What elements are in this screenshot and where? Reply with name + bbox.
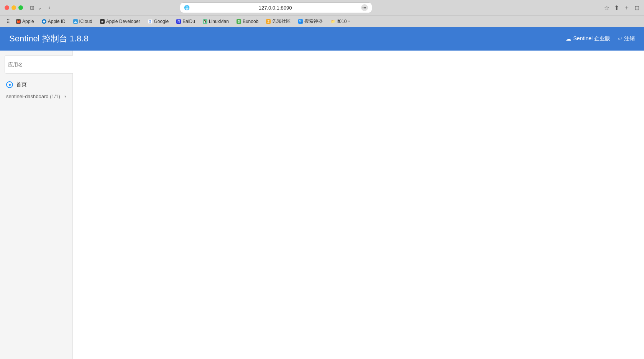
cloud-icon: ☁ <box>566 36 571 42</box>
bookmark-apple-favicon: 🍎 <box>16 19 21 24</box>
minimize-button[interactable] <box>12 5 16 10</box>
bookmark-soushen[interactable]: 🔍 搜索神器 <box>295 17 326 25</box>
bookmark-apple[interactable]: 🍎 Apple <box>13 18 37 25</box>
globe-icon: 🌐 <box>184 5 190 10</box>
bookmark-google[interactable]: G Google <box>145 18 172 25</box>
bookmark-xian[interactable]: Z 先知社区 <box>263 17 294 25</box>
bookmark-soushen-favicon: 🔍 <box>298 19 303 24</box>
bookmark-icloud[interactable]: ☁ iCloud <box>70 18 95 25</box>
bookmark-icloud-label: iCloud <box>79 19 92 24</box>
logout-link[interactable]: ↩ 注销 <box>618 35 635 42</box>
main-layout: 搜索 首页 sentinel-dashboard (1/1) ▾ <box>0 51 644 359</box>
home-label: 首页 <box>16 81 27 88</box>
address-bar[interactable]: 🌐 127.0.0.1:8090 ••• <box>180 3 372 13</box>
share-button[interactable]: ⬆ <box>614 4 619 11</box>
sidebar-home-item[interactable]: 首页 <box>0 78 72 91</box>
home-icon <box>6 81 13 88</box>
bookmark-if010[interactable]: 📁 if010 ▾ <box>327 18 353 25</box>
bookmarks-bar: ⠿ 🍎 Apple ◉ Apple ID ☁ iCloud ◈ Apple De… <box>0 15 644 27</box>
bookmark-if010-label: if010 <box>337 19 347 24</box>
bookmark-linuxman-label: LinuxMan <box>209 19 229 24</box>
bookmark-appledeveloper[interactable]: ◈ Apple Developer <box>97 18 143 25</box>
browser-actions: ☆ ⬆ ＋ ⊡ <box>604 4 639 12</box>
bookmark-linuxman[interactable]: 🐧 LinuxMan <box>200 18 232 25</box>
bookmark-icloud-favicon: ☁ <box>73 19 78 24</box>
search-area: 搜索 <box>0 55 72 78</box>
bookmark-appleid-favicon: ◉ <box>42 19 46 24</box>
window-controls <box>5 5 23 10</box>
if010-chevron-icon: ▾ <box>348 19 350 23</box>
address-text: 127.0.0.1:8090 <box>192 5 359 11</box>
bookmark-appleid-label: Apple ID <box>48 19 66 24</box>
content-area <box>73 51 644 359</box>
logout-label: 注销 <box>624 35 635 42</box>
bookmark-linuxman-favicon: 🐧 <box>203 19 207 24</box>
bookmark-apple-label: Apple <box>22 19 34 24</box>
bookmark-bunoob[interactable]: B Bunoob <box>233 18 261 25</box>
enterprise-label: Sentinel 企业版 <box>573 35 610 42</box>
bookmark-xian-favicon: Z <box>266 19 271 24</box>
bookmark-dev-favicon: ◈ <box>100 19 105 24</box>
title-bar: ⊞ ⌄ ‹ 🌐 127.0.0.1:8090 ••• ☆ ⬆ ＋ ⊡ <box>0 0 644 15</box>
bookmark-baidu-label: BaiDu <box>182 19 195 24</box>
sidebar-toggle-button[interactable]: ⊡ <box>634 4 639 11</box>
bookmark-star-button[interactable]: ☆ <box>604 4 610 11</box>
app-title: Sentinel 控制台 1.8.8 <box>9 33 89 44</box>
bookmark-xian-label: 先知社区 <box>272 18 291 25</box>
more-button[interactable]: ••• <box>361 4 368 11</box>
app-search-input[interactable] <box>5 55 76 74</box>
header-right: ☁ Sentinel 企业版 ↩ 注销 <box>566 35 635 42</box>
new-tab-button[interactable]: ＋ <box>624 4 630 12</box>
bookmark-baidu-favicon: 百 <box>176 19 181 24</box>
logout-icon: ↩ <box>618 36 623 42</box>
bookmark-bunoob-label: Bunoob <box>243 19 258 24</box>
tab-chevron-icon[interactable]: ⌄ <box>37 4 43 11</box>
app-wrapper: Sentinel 控制台 1.8.8 ☁ Sentinel 企业版 ↩ 注销 搜… <box>0 27 644 359</box>
bookmark-appledeveloper-label: Apple Developer <box>106 19 140 24</box>
bookmark-folder-icon: 📁 <box>330 19 335 24</box>
address-bar-container: 🌐 127.0.0.1:8090 ••• <box>161 3 391 13</box>
app-item-label: sentinel-dashboard (1/1) <box>6 93 60 99</box>
bookmark-appleid[interactable]: ◉ Apple ID <box>39 18 69 25</box>
apps-grid-icon[interactable]: ⠿ <box>5 18 12 25</box>
tab-controls: ⊞ ⌄ <box>29 4 43 11</box>
bookmark-bunoob-favicon: B <box>237 19 241 24</box>
enterprise-link[interactable]: ☁ Sentinel 企业版 <box>566 35 610 42</box>
bookmark-google-label: Google <box>154 19 169 24</box>
bookmark-soushen-label: 搜索神器 <box>304 18 323 25</box>
app-header: Sentinel 控制台 1.8.8 ☁ Sentinel 企业版 ↩ 注销 <box>0 27 644 51</box>
close-button[interactable] <box>5 5 9 10</box>
sidebar-app-item[interactable]: sentinel-dashboard (1/1) ▾ <box>0 91 72 102</box>
back-button[interactable]: ‹ <box>46 3 53 12</box>
bookmark-baidu[interactable]: 百 BaiDu <box>173 18 198 25</box>
maximize-button[interactable] <box>18 5 23 10</box>
tab-grid-icon[interactable]: ⊞ <box>29 4 35 11</box>
bookmark-google-favicon: G <box>148 19 153 24</box>
app-item-chevron-icon: ▾ <box>64 94 66 98</box>
sidebar: 搜索 首页 sentinel-dashboard (1/1) ▾ <box>0 51 73 359</box>
